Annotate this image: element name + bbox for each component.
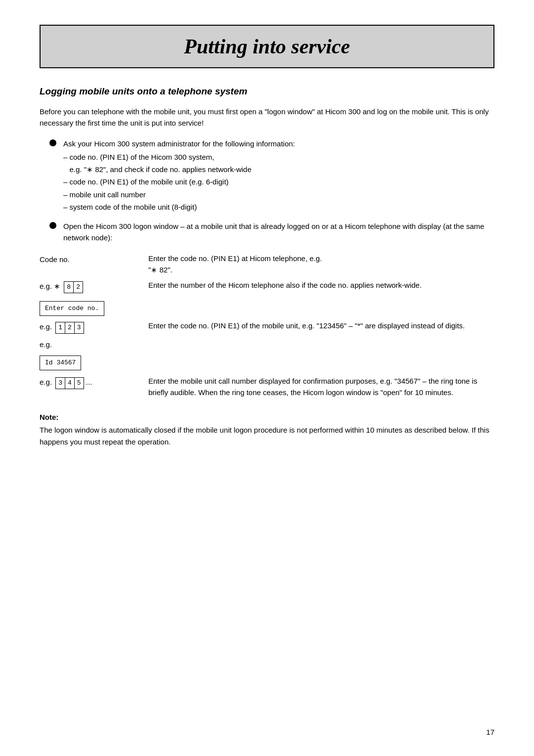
sub-list-item: – mobile unit call number <box>63 189 494 200</box>
bullet-main-text: Ask your Hicom 300 system administrator … <box>63 139 295 148</box>
instruction-row: e.g. 123 Enter the code no. (PIN E1) of … <box>40 320 494 334</box>
display-cell: 2 <box>74 281 83 293</box>
instruction-label: e.g. Id 34567 <box>40 338 148 370</box>
page-title: Putting into service <box>184 35 350 58</box>
display-cells: 123 <box>55 322 84 334</box>
display-cell: 2 <box>65 322 75 334</box>
ellipsis-label: ... <box>86 378 92 386</box>
sub-list: – code no. (PIN E1) of the Hicom 300 sys… <box>63 151 494 213</box>
sub-list-item: – code no. (PIN E1) of the Hicom 300 sys… <box>63 151 494 163</box>
display-cell: 3 <box>55 377 65 389</box>
instruction-row: e.g. Id 34567 <box>40 338 494 370</box>
note-text: The logon window is automatically closed… <box>40 424 494 447</box>
display-box-id: Id 34567 <box>40 356 81 370</box>
section-heading: Logging mobile units onto a telephone sy… <box>40 86 494 97</box>
display-cell: 4 <box>65 377 75 389</box>
note-section: Note: The logon window is automatically … <box>40 413 494 447</box>
instruction-row: Enter code no. <box>40 297 494 316</box>
sub-list-item: – system code of the mobile unit (8-digi… <box>63 201 494 213</box>
instruction-desc: Enter the number of the Hicom telephone … <box>148 279 494 291</box>
list-item: Ask your Hicom 300 system administrator … <box>49 138 494 214</box>
display-cell: 5 <box>75 377 84 389</box>
eg-label: e.g. <box>40 322 53 331</box>
instruction-row: e.g. ∗ 82 Enter the number of the Hicom … <box>40 279 494 293</box>
instruction-desc: Enter the code no. (PIN E1) at Hicom tel… <box>148 253 494 276</box>
eg-label: e.g. <box>40 378 53 386</box>
instruction-label: e.g. 345 ... <box>40 375 148 389</box>
bullet-icon <box>49 222 56 229</box>
instruction-desc: Enter the mobile unit call number displa… <box>148 375 494 399</box>
display-cell: 8 <box>64 281 74 293</box>
list-item: Open the Hicom 300 logon window – at a m… <box>49 221 494 244</box>
display-box-enter-code: Enter code no. <box>40 301 104 316</box>
instruction-label: Enter code no. <box>40 297 148 316</box>
display-cells: 345 <box>55 377 84 389</box>
page-number: 17 <box>486 728 494 736</box>
display-cell: 1 <box>55 322 65 334</box>
display-cells: 82 <box>64 281 83 293</box>
intro-paragraph: Before you can telephone with the mobile… <box>40 106 494 129</box>
sub-list-item: e.g. "∗ 82", and check if code no. appli… <box>63 164 494 175</box>
instruction-row: Code no. Enter the code no. (PIN E1) at … <box>40 253 494 276</box>
eg-small-label: e.g. <box>40 339 148 350</box>
eg-label: e.g. ∗ <box>40 282 62 290</box>
display-cell: 3 <box>75 322 84 334</box>
instruction-desc: Enter the code no. (PIN E1) of the mobil… <box>148 320 494 331</box>
instruction-table: Code no. Enter the code no. (PIN E1) at … <box>40 253 494 399</box>
page: Putting into service Logging mobile unit… <box>0 0 534 756</box>
label-text: Code no. <box>40 255 70 264</box>
instruction-label: e.g. ∗ 82 <box>40 279 148 293</box>
bullet-main-text: Open the Hicom 300 logon window – at a m… <box>63 222 484 242</box>
bullet-list: Ask your Hicom 300 system administrator … <box>49 138 494 244</box>
instruction-label: Code no. <box>40 253 148 265</box>
note-label: Note: <box>40 413 494 421</box>
instruction-row: e.g. 345 ... Enter the mobile unit call … <box>40 375 494 399</box>
instruction-label: e.g. 123 <box>40 320 148 334</box>
title-box: Putting into service <box>40 25 494 68</box>
sub-list-item: – code no. (PIN E1) of the mobile unit (… <box>63 176 494 187</box>
bullet-icon <box>49 139 56 146</box>
